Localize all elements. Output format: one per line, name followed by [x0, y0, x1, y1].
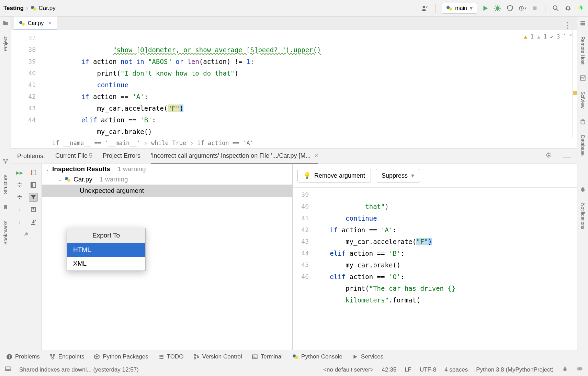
tab-endpoints[interactable]: Endpoints: [49, 353, 84, 360]
tab-inspection[interactable]: 'Incorrect call arguments' Inspection on…: [151, 152, 318, 160]
inspection-tree[interactable]: ⌄Inspection Results 1 warning ⌄Car.py 1 …: [42, 164, 293, 350]
breadcrumb-project[interactable]: Testing: [3, 5, 24, 12]
tree-root[interactable]: ⌄Inspection Results 1 warning: [42, 164, 292, 174]
editor-tab-car[interactable]: Car.py ×: [14, 16, 57, 30]
settings-icon[interactable]: [22, 230, 31, 239]
sidebar-project[interactable]: Project: [3, 36, 8, 52]
structure-tool-icon[interactable]: [2, 158, 9, 164]
gear-icon[interactable]: [545, 152, 552, 161]
more-icon[interactable]: ⋮: [558, 21, 577, 30]
sidebar-database[interactable]: Database: [580, 135, 586, 156]
tab-label: Car.py: [28, 20, 44, 26]
coverage-button[interactable]: [506, 4, 514, 12]
expand-icon[interactable]: [15, 180, 24, 189]
inspection-badges[interactable]: ▲1 ▲1 ✔3 ˄ ˅: [524, 34, 572, 40]
python-file-icon: [65, 176, 71, 183]
export-html[interactable]: HTML: [67, 243, 145, 257]
breadcrumb-file[interactable]: Car.py: [39, 5, 56, 12]
remove-argument-button[interactable]: 💡Remove argument: [297, 169, 371, 183]
tree-file[interactable]: ⌄Car.py 1 warning: [42, 174, 292, 185]
add-user-icon[interactable]: [421, 4, 429, 12]
tab-vcs[interactable]: Version Control: [193, 353, 242, 360]
svg-point-38: [295, 356, 298, 359]
debug-button[interactable]: [494, 4, 502, 12]
suppress-button[interactable]: Suppress ▾: [376, 169, 420, 183]
python-file-icon: [19, 20, 25, 26]
sidebar-sciview[interactable]: SciView: [580, 91, 586, 109]
search-icon[interactable]: [552, 4, 560, 12]
status-position[interactable]: 42:35: [382, 366, 397, 373]
rerun-icon[interactable]: ▶▶: [15, 168, 24, 177]
code-editor[interactable]: 37 38 39 40 41 42 43 44 "show [O]dometer…: [11, 30, 577, 137]
nav-breadcrumb[interactable]: if __name__ == '__main__'› while True› i…: [11, 137, 577, 148]
ide-logo-icon[interactable]: [576, 4, 585, 12]
sciview-icon[interactable]: [580, 75, 586, 81]
export-popup: Export To HTML XML: [67, 228, 146, 271]
code-body[interactable]: "show [O]dometer, or show average [S]pee…: [41, 30, 577, 137]
notifications-icon[interactable]: [580, 187, 586, 193]
status-server[interactable]: <no default server>: [323, 366, 373, 373]
weak-warning-icon: ▲: [537, 34, 540, 40]
collapse-icon[interactable]: [15, 193, 24, 202]
export-xml[interactable]: XML: [67, 257, 145, 270]
sidebar-structure[interactable]: Structure: [3, 175, 8, 194]
tab-services[interactable]: Services: [352, 353, 383, 360]
gear-icon[interactable]: [564, 4, 572, 12]
bottom-tool-tabs: Problems Endpoints Python Packages TODO …: [0, 350, 588, 363]
tab-terminal[interactable]: Terminal: [252, 353, 283, 360]
status-message[interactable]: Shared indexes are downl... (yesterday 1…: [19, 366, 139, 373]
status-lineend[interactable]: LF: [405, 366, 411, 373]
run-button[interactable]: [481, 4, 489, 12]
svg-rect-13: [580, 23, 585, 24]
tree-message[interactable]: Unexpected argument: [42, 185, 292, 197]
next-icon[interactable]: ↓: [15, 218, 24, 226]
stop-button[interactable]: [531, 4, 539, 12]
status-encoding[interactable]: UTF-8: [420, 366, 436, 373]
tab-todo[interactable]: TODO: [158, 353, 184, 360]
project-tool-icon[interactable]: [2, 20, 9, 26]
chevron-up-icon[interactable]: ˄: [563, 34, 566, 40]
sync-icon[interactable]: [576, 365, 583, 374]
sidebar-bookmarks[interactable]: Bookmarks: [3, 221, 8, 245]
filter-icon[interactable]: [29, 193, 38, 202]
todo-icon: [158, 354, 164, 360]
tab-python-packages[interactable]: Python Packages: [94, 353, 148, 360]
database-icon[interactable]: [580, 119, 586, 125]
export-icon[interactable]: [29, 218, 38, 226]
close-icon[interactable]: ×: [48, 20, 52, 26]
svg-rect-20: [31, 170, 32, 175]
sidebar-remote-host[interactable]: Remote Host: [580, 36, 586, 65]
svg-point-26: [67, 179, 70, 182]
status-indent[interactable]: 4 spaces: [444, 366, 468, 373]
sidebar-notifications[interactable]: Notifications: [580, 203, 586, 229]
chevron-down-icon[interactable]: ˅: [569, 34, 572, 40]
chevron-down-icon: ▾: [411, 172, 414, 179]
svg-point-8: [553, 5, 557, 9]
tab-problems[interactable]: Problems: [6, 353, 40, 360]
status-sdk[interactable]: Python 3.8 (MyPythonProject): [476, 366, 554, 373]
bookmarks-tool-icon[interactable]: [2, 204, 9, 210]
run-config-selector[interactable]: main ▾: [442, 3, 477, 14]
status-hide-icon[interactable]: [5, 366, 11, 374]
highlight-icon[interactable]: [29, 168, 38, 177]
remote-host-icon[interactable]: [580, 20, 586, 26]
svg-rect-7: [533, 6, 537, 10]
tab-project-errors[interactable]: Project Errors: [103, 152, 140, 160]
profile-button[interactable]: ▾: [518, 4, 527, 12]
autoscroll-icon[interactable]: [29, 205, 38, 214]
error-stripe[interactable]: [572, 30, 577, 137]
close-icon[interactable]: ×: [315, 152, 318, 159]
preview-gutter: 3940414243444546: [293, 188, 313, 350]
layout-icon[interactable]: [29, 180, 38, 189]
endpoints-icon: [49, 354, 56, 360]
tab-python-console[interactable]: Python Console: [292, 353, 342, 360]
left-dock: Project Structure Bookmarks: [0, 16, 11, 350]
gutter: 37 38 39 40 41 42 43 44: [11, 30, 41, 137]
tab-current-file[interactable]: Current File5: [55, 152, 92, 160]
lock-icon[interactable]: [562, 366, 568, 374]
preview-code[interactable]: that") continue if action == 'A': my_car…: [313, 188, 577, 350]
right-dock: Remote Host SciView Database Notificatio…: [577, 16, 588, 350]
prev-icon[interactable]: ↑: [15, 205, 24, 214]
minimize-icon[interactable]: —: [563, 152, 571, 161]
svg-point-32: [52, 357, 54, 359]
